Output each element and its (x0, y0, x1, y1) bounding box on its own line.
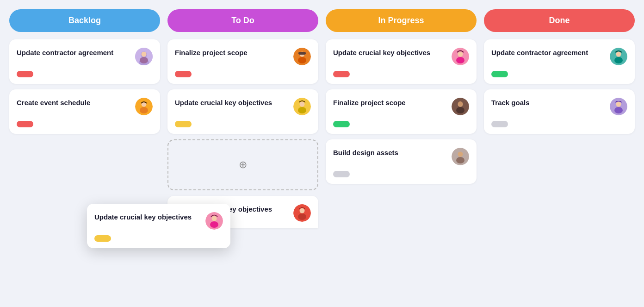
card-ip3-avatar (452, 148, 469, 165)
svg-point-13 (300, 102, 305, 107)
dragging-card-title: Update crucial key objectives (94, 212, 205, 222)
avatar-b2-image (135, 98, 153, 115)
dragging-card[interactable]: Update crucial key objectives (87, 204, 230, 248)
drag-placeholder: ⊕ (167, 139, 318, 190)
avatar-ip1-image (452, 48, 469, 65)
svg-point-30 (614, 57, 623, 63)
avatar-ip2-image (452, 98, 469, 115)
card-b1[interactable]: Update contractor agreement (9, 39, 160, 84)
card-d1-avatar (610, 48, 627, 65)
svg-point-24 (458, 101, 463, 106)
avatar-ip3-image (452, 148, 469, 165)
card-b1-avatar (135, 48, 153, 65)
svg-point-3 (142, 52, 147, 57)
svg-point-27 (456, 157, 464, 163)
card-d2[interactable]: Track goals (484, 89, 635, 134)
card-ip1-avatar (452, 48, 469, 65)
card-d2-avatar (610, 98, 627, 115)
card-d1[interactable]: Update contractor agreement (484, 39, 635, 84)
column-todo: To Do Finalize project scope Update cruc… (167, 9, 318, 228)
card-t2-pill (175, 121, 192, 127)
card-ip2[interactable]: Finalize project scope (326, 89, 477, 134)
card-d2-title: Track goals (491, 98, 610, 107)
card-t1-pill (175, 71, 192, 77)
dragging-card-avatar (205, 212, 223, 230)
svg-point-32 (616, 102, 621, 107)
kanban-board: Backlog Update contractor agreement (9, 9, 635, 228)
dragging-card-pill (94, 235, 111, 242)
avatar-dragging-image (205, 212, 223, 230)
card-t1-avatar (293, 48, 311, 65)
avatar-t1-image (293, 48, 311, 65)
card-t2-avatar (293, 98, 311, 115)
svg-point-16 (300, 208, 305, 213)
avatar-t2-image (293, 98, 311, 115)
svg-point-10 (298, 57, 306, 63)
card-ip1-title: Update crucial key objectives (333, 48, 452, 57)
avatar-d2-image (610, 98, 627, 115)
card-ip3-pill (333, 171, 350, 177)
svg-point-36 (210, 221, 218, 228)
card-t1-title: Finalize project scope (175, 48, 293, 57)
card-b1-title: Update contractor agreement (17, 48, 135, 57)
card-ip3-title: Build design assets (333, 148, 452, 157)
column-backlog: Backlog Update contractor agreement (9, 9, 160, 228)
inprogress-header: In Progress (326, 9, 477, 32)
svg-point-14 (298, 107, 306, 113)
svg-point-7 (140, 107, 148, 113)
todo-header: To Do (167, 9, 318, 32)
card-ip1-pill (333, 71, 350, 77)
card-ip1[interactable]: Update crucial key objectives (326, 39, 477, 84)
svg-point-19 (458, 52, 463, 57)
svg-point-37 (212, 216, 217, 221)
column-inprogress: In Progress Update crucial key objective… (326, 9, 477, 228)
svg-point-29 (616, 52, 621, 57)
card-b2-title: Create event schedule (17, 98, 135, 107)
move-cursor-icon: ⊕ (239, 159, 247, 171)
svg-point-20 (456, 57, 464, 63)
svg-point-26 (458, 152, 463, 157)
svg-rect-11 (298, 52, 306, 55)
svg-point-23 (456, 107, 464, 113)
card-t2[interactable]: Update crucial key objectives (167, 89, 318, 134)
card-b2-pill (17, 121, 33, 127)
svg-point-33 (614, 107, 623, 113)
card-b2-avatar (135, 98, 153, 115)
card-b2[interactable]: Create event schedule (9, 89, 160, 134)
avatar-d1-image (610, 48, 627, 65)
card-d1-title: Update contractor agreement (491, 48, 610, 57)
card-b1-pill (17, 71, 33, 77)
card-ip2-avatar (452, 98, 469, 115)
card-t4-avatar (293, 204, 311, 222)
card-t1[interactable]: Finalize project scope (167, 39, 318, 84)
card-ip2-pill (333, 121, 350, 127)
avatar-t4-image (293, 204, 311, 222)
avatar-b1-image (135, 48, 153, 65)
card-d2-pill (491, 121, 508, 127)
backlog-header: Backlog (9, 9, 160, 32)
card-d1-pill (491, 71, 508, 77)
svg-point-4 (140, 57, 148, 63)
card-ip3[interactable]: Build design assets (326, 139, 477, 184)
card-ip2-title: Finalize project scope (333, 98, 452, 107)
card-t2-title: Update crucial key objectives (175, 98, 293, 107)
done-header: Done (484, 9, 635, 32)
column-done: Done Update contractor agreement Track g… (484, 9, 635, 228)
svg-point-17 (298, 213, 306, 220)
